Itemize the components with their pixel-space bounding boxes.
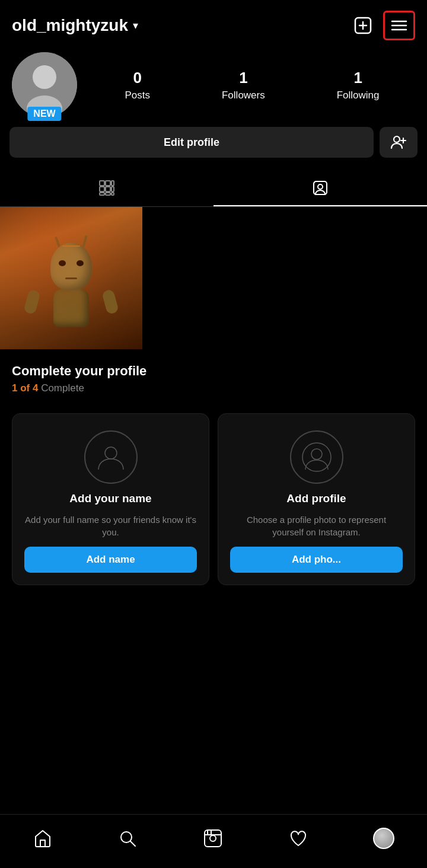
tab-grid[interactable] [0, 170, 214, 206]
header-right [351, 11, 415, 40]
svg-rect-18 [100, 193, 104, 195]
svg-rect-16 [106, 187, 110, 192]
new-badge: NEW [27, 107, 61, 121]
activity-nav-button[interactable] [283, 824, 313, 853]
svg-rect-12 [100, 181, 104, 186]
reels-nav-button[interactable] [198, 824, 228, 853]
posts-label: Posts [125, 90, 150, 101]
home-icon [33, 828, 53, 848]
profile-nav-button[interactable] [368, 823, 399, 854]
following-label: Following [337, 90, 380, 101]
svg-point-25 [311, 449, 322, 459]
add-person-icon [390, 134, 407, 151]
add-photo-card: Add profile Choose a profile photo to re… [218, 413, 415, 585]
svg-point-24 [302, 443, 331, 471]
svg-rect-19 [106, 193, 110, 195]
search-nav-button[interactable] [113, 824, 142, 853]
search-icon [117, 828, 138, 848]
heart-icon [288, 828, 308, 848]
media-thumbnail [0, 207, 142, 349]
progress-rest: Complete [38, 382, 84, 394]
stat-following[interactable]: 1 Following [337, 69, 380, 101]
complete-profile-title: Complete your profile [12, 363, 415, 379]
avatar-wrap[interactable]: NEW [12, 52, 77, 117]
groot-figure [36, 242, 107, 337]
tagged-media-item[interactable] [0, 207, 142, 349]
svg-point-22 [318, 184, 323, 189]
stat-followers[interactable]: 1 Followers [222, 69, 265, 101]
profile-completion-cards: Add your name Add your full name so your… [0, 404, 427, 597]
svg-rect-13 [106, 181, 110, 186]
progress-highlight: 1 of 4 [12, 382, 38, 394]
add-photo-card-desc: Choose a profile photo to represent your… [230, 513, 403, 538]
chevron-down-icon[interactable]: ▾ [133, 19, 138, 32]
svg-rect-15 [100, 187, 104, 192]
complete-profile-section: Complete your profile 1 of 4 Complete [0, 349, 427, 404]
reels-icon [203, 828, 223, 848]
grid-icon [98, 179, 116, 197]
stats-row: 0 Posts 1 Followers 1 Following [89, 69, 415, 101]
profile-nav-avatar [373, 828, 394, 849]
menu-button[interactable] [383, 11, 415, 40]
svg-point-7 [33, 65, 56, 89]
profile-section: NEW 0 Posts 1 Followers 1 Following [0, 46, 427, 127]
tagged-media-grid [0, 207, 427, 349]
bottom-navigation [0, 814, 427, 868]
complete-profile-progress: 1 of 4 Complete [12, 382, 415, 394]
username-text: old_mightyzuk [12, 16, 128, 35]
svg-point-29 [210, 835, 216, 841]
add-name-icon [84, 430, 138, 484]
following-count: 1 [353, 69, 362, 87]
person-outline-icon [95, 441, 127, 473]
person-circle-icon [301, 441, 333, 473]
followers-label: Followers [222, 90, 265, 101]
edit-profile-button[interactable]: Edit profile [9, 127, 374, 158]
add-name-card-title: Add your name [69, 492, 151, 505]
add-name-card-desc: Add your full name so your friends know … [24, 513, 197, 538]
stat-posts[interactable]: 0 Posts [125, 69, 150, 101]
add-post-button[interactable] [351, 14, 375, 37]
add-photo-icon [290, 430, 343, 484]
svg-line-27 [130, 841, 135, 846]
add-name-card: Add your name Add your full name so your… [12, 413, 209, 585]
profile-tabs [0, 170, 427, 207]
add-photo-card-title: Add profile [286, 492, 346, 505]
header-left: old_mightyzuk ▾ [12, 16, 138, 35]
add-friend-button[interactable] [380, 127, 418, 158]
add-photo-button[interactable]: Add pho... [230, 547, 403, 573]
svg-rect-17 [111, 187, 114, 192]
add-name-button[interactable]: Add name [24, 547, 197, 573]
followers-count: 1 [239, 69, 247, 87]
tab-tagged[interactable] [214, 170, 427, 206]
add-square-icon [353, 16, 372, 35]
tagged-person-icon [311, 179, 329, 197]
home-nav-button[interactable] [28, 824, 58, 853]
svg-point-9 [394, 136, 400, 142]
hamburger-menu-icon [390, 16, 409, 35]
svg-rect-14 [111, 181, 114, 186]
svg-rect-20 [111, 193, 114, 195]
content-area [0, 207, 427, 349]
profile-actions: Edit profile [0, 127, 427, 170]
app-header: old_mightyzuk ▾ [0, 0, 427, 46]
posts-count: 0 [133, 69, 142, 87]
svg-point-23 [105, 447, 117, 459]
